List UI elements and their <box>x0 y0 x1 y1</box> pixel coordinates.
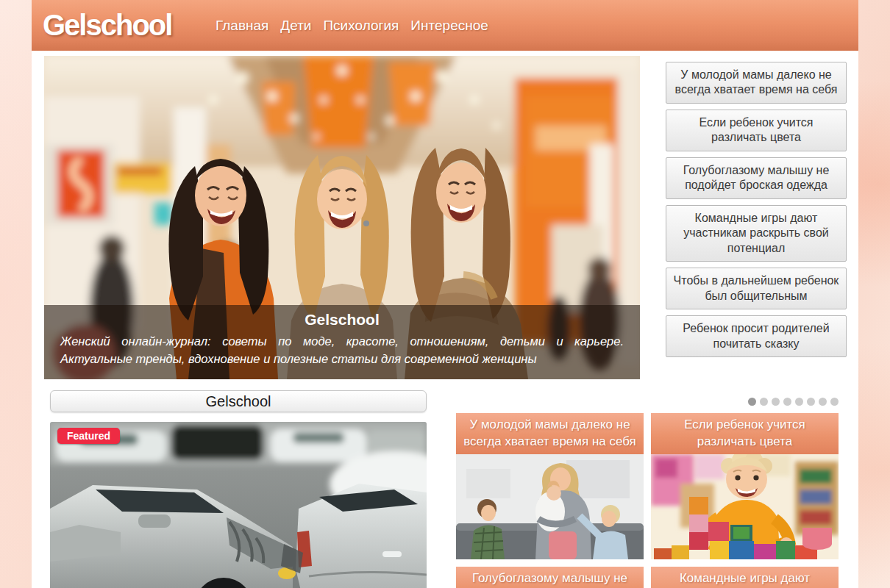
featured-column: Gelschool Featured <box>50 390 427 588</box>
card-image-mother[interactable] <box>456 454 644 559</box>
site-logo[interactable]: Gelschool <box>43 9 201 42</box>
pagination-dot-4[interactable] <box>783 398 791 406</box>
card-title[interactable]: Командные игры дают участникам раскрыть … <box>651 567 839 588</box>
main-nav: Главная Дети Психология Интересное <box>216 18 488 34</box>
nav-item-interesting[interactable]: Интересное <box>410 18 488 34</box>
sidebar-link-fairytale[interactable]: Ребенок просит родителей почитать сказку <box>666 315 847 357</box>
card-title[interactable]: Голубоглазому малышу не подойдет броская… <box>456 567 644 588</box>
featured-badge: Featured <box>57 428 120 444</box>
pagination-dot-3[interactable] <box>772 398 780 406</box>
section-heading[interactable]: Gelschool <box>50 390 427 412</box>
pagination-dot-8[interactable] <box>830 398 839 406</box>
nav-item-psychology[interactable]: Психология <box>323 18 399 34</box>
content-area: Gelschool Женский онлайн-журнал: советы … <box>32 53 858 588</box>
sidebar-link-team-games[interactable]: Командные игры дают участникам раскрыть … <box>666 205 847 262</box>
pagination-dot-1[interactable] <box>748 398 756 406</box>
featured-image <box>50 422 427 588</box>
hero-image: Gelschool Женский онлайн-журнал: советы … <box>44 56 640 379</box>
pagination-dot-2[interactable] <box>760 398 768 406</box>
page-wrapper: Gelschool Главная Дети Психология Интере… <box>32 0 858 588</box>
lower-section: Gelschool Featured <box>44 390 858 588</box>
article-card-team-games[interactable]: Командные игры дают участникам раскрыть … <box>651 567 839 588</box>
pagination-dot-6[interactable] <box>807 398 815 406</box>
sidebar-link-colors[interactable]: Если ребенок учится различать цвета <box>666 110 847 151</box>
sidebar-link-sociable[interactable]: Чтобы в дальнейшем ребенок был общительн… <box>666 268 847 309</box>
site-header: Gelschool Главная Дети Психология Интере… <box>32 0 858 53</box>
carousel-pagination <box>456 398 839 406</box>
card-title[interactable]: Если ребенок учится различать цвета <box>651 413 839 454</box>
hero-description: Женский онлайн-журнал: советы по моде, к… <box>60 332 624 369</box>
card-title[interactable]: У молодой мамы далеко не всегда хватает … <box>456 413 644 454</box>
cards-column: У молодой мамы далеко не всегда хватает … <box>456 390 839 588</box>
pagination-dot-7[interactable] <box>819 398 827 406</box>
featured-article[interactable]: Featured <box>50 422 427 588</box>
article-card-blue-eyed[interactable]: Голубоглазому малышу не подойдет броская… <box>456 567 644 588</box>
hero-caption: Gelschool Женский онлайн-журнал: советы … <box>44 305 640 380</box>
article-cards-grid: У молодой мамы далеко не всегда хватает … <box>456 413 839 588</box>
top-row: Gelschool Женский онлайн-журнал: советы … <box>44 56 858 379</box>
nav-item-home[interactable]: Главная <box>216 18 268 34</box>
pagination-dot-5[interactable] <box>795 398 803 406</box>
card-image-toddler[interactable] <box>651 454 839 559</box>
sidebar: У молодой мамы далеко не всегда хватает … <box>666 56 847 379</box>
article-card-colors[interactable]: Если ребенок учится различать цвета <box>651 413 839 559</box>
sidebar-link-young-mom[interactable]: У молодой мамы далеко не всегда хватает … <box>666 62 847 104</box>
article-card-young-mom[interactable]: У молодой мамы далеко не всегда хватает … <box>456 413 644 559</box>
nav-item-children[interactable]: Дети <box>280 18 311 34</box>
hero-title: Gelschool <box>60 311 624 329</box>
sidebar-link-blue-eyed[interactable]: Голубоглазому малышу не подойдет броская… <box>666 157 847 199</box>
